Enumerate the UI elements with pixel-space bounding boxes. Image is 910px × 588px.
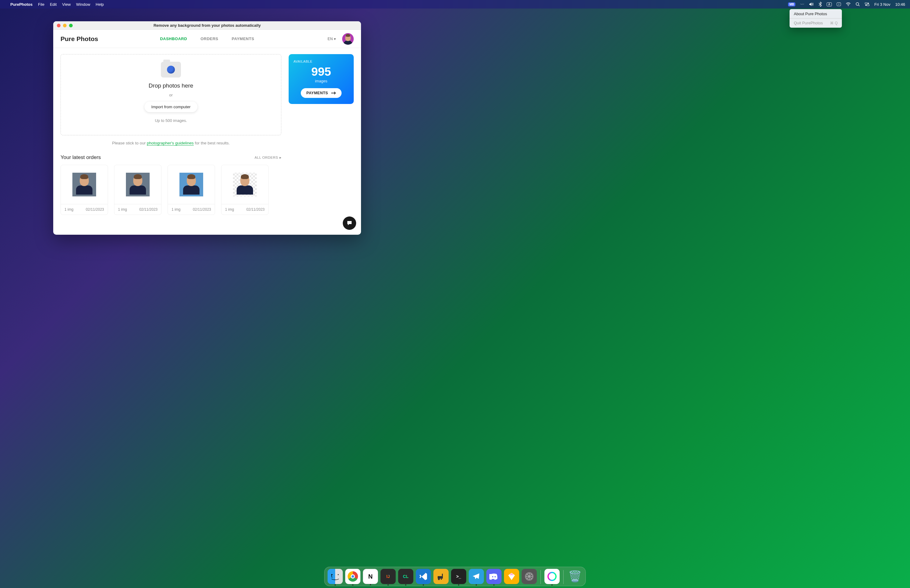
svg-point-0 (848, 5, 849, 6)
battery-icon[interactable]: ⚡︎ (837, 2, 841, 6)
available-unit: images (294, 79, 349, 83)
dock-clion[interactable]: CL (398, 569, 413, 584)
order-count: 1 img (118, 207, 127, 212)
order-date: 02/11/2023 (86, 207, 104, 212)
macos-dock: N IJ CL >_ 🗑️ (324, 567, 586, 586)
about-menu-item[interactable]: About Pure Photos (790, 10, 842, 17)
app-header: Pure Photos DASHBOARD ORDERS PAYMENTS EN… (53, 30, 361, 48)
menubar-date[interactable]: Fri 3 Nov (874, 2, 891, 7)
order-count: 1 img (65, 207, 73, 212)
window-minimize-button[interactable] (63, 24, 66, 27)
tab-payments[interactable]: PAYMENTS (232, 37, 254, 41)
dock-chrome[interactable] (345, 569, 360, 584)
wifi-icon[interactable] (846, 2, 851, 6)
input-source-icon[interactable]: A (827, 2, 832, 6)
svg-point-6 (865, 5, 866, 6)
order-count: 1 img (225, 207, 234, 212)
volume-icon[interactable] (809, 2, 814, 6)
payments-button[interactable]: PAYMENTS (301, 88, 341, 98)
available-card: AVAILABLE 995 images PAYMENTS (289, 54, 354, 104)
order-count: 1 img (171, 207, 180, 212)
window-title: Remove any background from your photos a… (53, 23, 361, 27)
photo-dropzone[interactable]: Drop photos here or Import from computer… (60, 54, 281, 135)
chevron-right-icon: ▸ (280, 155, 282, 160)
dock-separator (540, 570, 541, 584)
language-label: EN (328, 37, 333, 41)
guidelines-prefix: Please stick to our (112, 141, 147, 145)
svg-point-11 (438, 578, 440, 580)
dock-settings[interactable] (522, 569, 537, 584)
window-close-button[interactable] (57, 24, 60, 27)
edit-menu[interactable]: Edit (50, 2, 57, 7)
dock-discord[interactable] (487, 569, 501, 584)
import-button[interactable]: Import from computer (144, 102, 197, 112)
view-menu[interactable]: View (62, 2, 71, 7)
guidelines-suffix: for the best results. (194, 141, 230, 145)
about-label: About Pure Photos (794, 11, 827, 16)
window-menu[interactable]: Window (76, 2, 90, 7)
arrow-right-icon (331, 92, 336, 95)
svg-point-7 (332, 574, 333, 575)
all-orders-link[interactable]: ALL ORDERS ▸ (255, 155, 281, 160)
dock-finder[interactable] (328, 569, 343, 584)
file-menu[interactable]: File (38, 2, 44, 7)
user-avatar[interactable] (342, 33, 354, 45)
svg-point-4 (868, 3, 869, 4)
macos-menubar: PurePhotos File Edit View Window Help MB… (0, 0, 910, 8)
menubar-time[interactable]: 10:46 (895, 2, 905, 7)
svg-point-13 (492, 576, 493, 577)
svg-rect-9 (438, 576, 442, 578)
svg-rect-3 (865, 3, 868, 4)
order-date: 02/11/2023 (139, 207, 158, 212)
bluetooth-icon[interactable] (819, 2, 822, 7)
guidelines-link[interactable]: photographer's guidelines (147, 141, 194, 145)
window-titlebar[interactable]: Remove any background from your photos a… (53, 21, 361, 30)
quit-menu-item[interactable]: Quit PurePhotos ⌘ Q (790, 19, 842, 26)
order-card[interactable]: 1 img02/11/2023 (221, 165, 268, 215)
camera-icon (161, 62, 181, 78)
quit-shortcut: ⌘ Q (830, 21, 837, 25)
app-menu[interactable]: PurePhotos (10, 2, 32, 7)
svg-point-14 (495, 576, 496, 577)
available-count: 995 (294, 65, 349, 78)
dropzone-limit: Up to 500 images. (67, 118, 275, 123)
available-label: AVAILABLE (294, 60, 349, 63)
svg-line-2 (858, 5, 860, 6)
order-card[interactable]: 1 img02/11/2023 (60, 165, 108, 215)
svg-point-1 (856, 3, 858, 5)
order-date: 02/11/2023 (246, 207, 265, 212)
dock-trash[interactable]: 🗑️ (567, 569, 582, 584)
orders-grid: 1 img02/11/2023 1 img02/11/2023 1 img02/… (60, 165, 281, 215)
window-maximize-button[interactable] (69, 24, 73, 27)
order-card[interactable]: 1 img02/11/2023 (114, 165, 162, 215)
tab-dashboard[interactable]: DASHBOARD (160, 37, 187, 41)
svg-point-17 (548, 572, 556, 580)
brand-title: Pure Photos (60, 35, 98, 42)
dock-terminal[interactable]: >_ (451, 569, 466, 584)
dock-purephotos[interactable] (545, 569, 559, 584)
svg-point-12 (441, 578, 442, 580)
tab-orders[interactable]: ORDERS (200, 37, 218, 41)
svg-rect-10 (442, 574, 443, 578)
guidelines-text: Please stick to our photographer's guide… (60, 141, 281, 145)
dock-notion[interactable]: N (363, 569, 378, 584)
tray-unknown-icon[interactable]: 〰 (800, 2, 804, 7)
order-date: 02/11/2023 (193, 207, 211, 212)
dock-vscode[interactable] (416, 569, 431, 584)
spotlight-icon[interactable] (855, 2, 860, 6)
payments-button-label: PAYMENTS (306, 91, 328, 95)
dock-forklift[interactable] (433, 569, 449, 584)
dock-sketch[interactable] (504, 569, 519, 584)
quit-label: Quit PurePhotos (794, 21, 823, 25)
dock-telegram[interactable] (469, 569, 484, 584)
control-center-icon[interactable] (865, 2, 870, 6)
svg-rect-5 (866, 5, 870, 6)
all-orders-label: ALL ORDERS (255, 156, 278, 159)
order-card[interactable]: 1 img02/11/2023 (168, 165, 215, 215)
language-selector[interactable]: EN ▾ (328, 37, 336, 41)
chat-widget-button[interactable] (343, 216, 356, 230)
help-menu[interactable]: Help (96, 2, 104, 7)
latest-orders-title: Your latest orders (60, 155, 101, 160)
tray-app-icon[interactable]: MB (788, 2, 795, 6)
dock-intellij[interactable]: IJ (380, 569, 396, 584)
